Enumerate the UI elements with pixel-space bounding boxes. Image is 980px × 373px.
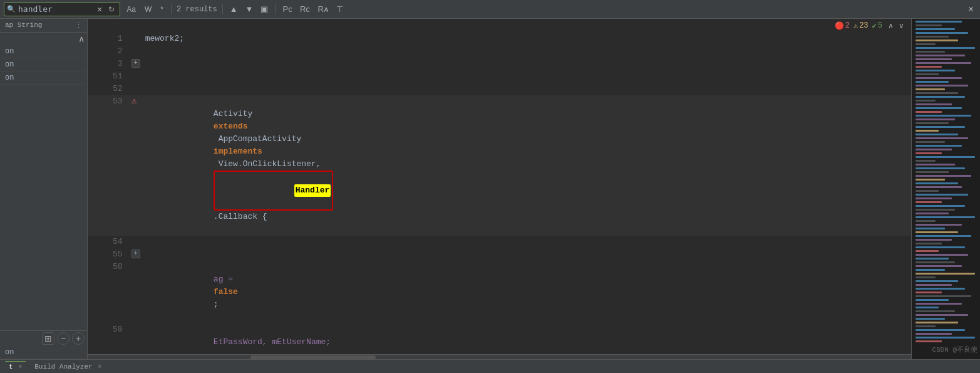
warning-count[interactable]: ⚠ 23: [854, 21, 869, 31]
minimap-line: [916, 269, 945, 271]
line-gutter: [130, 236, 143, 248]
sidebar-collapse-row: ∧: [0, 33, 87, 45]
close-search-button[interactable]: ×: [966, 4, 976, 15]
minimap-line: [916, 175, 971, 177]
filter-results-button[interactable]: ⊤: [334, 4, 345, 14]
sidebar-header: ap String ⋮: [0, 19, 87, 33]
preserve-case-button[interactable]: Pᴄ: [281, 4, 294, 14]
table-row: 2: [88, 45, 911, 58]
line-content: mework2;: [143, 33, 911, 45]
line-number: 58: [88, 261, 130, 323]
replace-button[interactable]: Rᴄ: [298, 4, 312, 14]
minimap-line: [916, 273, 975, 275]
ok-count[interactable]: ✔ 5: [872, 21, 882, 31]
code-editor[interactable]: 1 mework2; 2 3 +: [88, 33, 911, 359]
minimap-line: [916, 250, 939, 252]
minimap-line: [916, 32, 968, 34]
minimap-line: [916, 288, 965, 290]
line-number: 53: [88, 95, 130, 236]
sidebar-menu-button[interactable]: ⋮: [75, 21, 82, 29]
minimap-line: [916, 179, 945, 181]
line-gutter: [130, 83, 143, 95]
minimap-line: [916, 284, 952, 286]
search-input[interactable]: [18, 4, 93, 14]
editor-area: 🔴 2 ⚠ 23 ✔ 5 ∧ ∨ 1: [88, 19, 911, 359]
minimap-line: [916, 24, 942, 26]
minimap-line: [916, 261, 955, 263]
line-content: [143, 70, 911, 83]
ok-icon: ✔: [872, 21, 877, 31]
minimap-line: [916, 141, 945, 143]
line-number: 51: [88, 70, 130, 83]
fold-icon[interactable]: +: [132, 250, 140, 258]
whole-word-button[interactable]: W: [142, 4, 154, 15]
minimap-line: [916, 88, 945, 90]
nav-up-button[interactable]: ▲: [228, 4, 240, 14]
bottom-tab-1-close[interactable]: ×: [18, 364, 22, 370]
code-identifier: ag =: [214, 275, 238, 284]
search-clear-button[interactable]: ×: [96, 4, 103, 14]
bottom-tab-2-label: Build Analyzer: [34, 363, 92, 370]
minimap-line: [916, 209, 955, 211]
minimap-line: [916, 36, 949, 38]
main-area: ap String ⋮ ∧ on on on ⊞ − + on 🔴 2 ⚠ 23: [0, 19, 980, 359]
line-gutter: +: [130, 248, 143, 261]
minimap-line: [916, 231, 958, 233]
sidebar-item-3[interactable]: on: [0, 346, 87, 359]
table-row: 3 +: [88, 58, 911, 70]
sidebar-collapse-button[interactable]: ∧: [78, 34, 85, 44]
sidebar-grid-button[interactable]: ⊞: [42, 332, 54, 345]
minimap-line: [916, 254, 968, 256]
minimap-line: [916, 216, 975, 218]
minimap-line: [916, 134, 958, 135]
table-row: 51: [88, 70, 911, 83]
redo-button[interactable]: ↻: [106, 4, 117, 15]
minimap-line: [916, 130, 939, 132]
bottom-tab-2-close[interactable]: ×: [98, 364, 101, 370]
replace-all-button[interactable]: Rᴀ: [316, 4, 331, 14]
minimap-line: [916, 73, 939, 75]
scrollbar-thumb[interactable]: [250, 355, 376, 359]
fold-icon[interactable]: +: [132, 59, 140, 68]
minimap-line: [916, 337, 975, 339]
sidebar-item-1[interactable]: on: [0, 58, 87, 71]
minimap-line: [916, 228, 945, 229]
minimap-line: [916, 310, 955, 312]
in-selection-button[interactable]: ▣: [259, 4, 270, 14]
minimap-line: [916, 152, 942, 154]
minimap-line: [916, 62, 971, 64]
minimap-line: [916, 118, 955, 120]
minimap-line: [916, 329, 965, 331]
nav-up-arrow[interactable]: ∧: [886, 21, 895, 31]
sidebar-plus-button[interactable]: +: [72, 332, 85, 345]
line-gutter: +: [130, 58, 143, 70]
nav-down-button[interactable]: ▼: [244, 4, 255, 14]
minimap-line: [916, 295, 971, 297]
minimap-line: [916, 100, 936, 102]
minimap: CSDN @不良使: [911, 19, 980, 359]
minimap-line: [916, 55, 965, 56]
minimap-line: [916, 85, 968, 87]
minimap-line: [916, 276, 936, 278]
nav-down-arrow[interactable]: ∨: [897, 21, 906, 31]
minimap-line: [916, 333, 952, 335]
activity-text: Activity: [214, 109, 257, 118]
minimap-line: [916, 307, 939, 308]
match-case-button[interactable]: Aa: [124, 4, 138, 15]
error-count[interactable]: 🔴 2: [835, 21, 850, 31]
sidebar-item-2[interactable]: on: [0, 71, 87, 85]
horizontal-scrollbar[interactable]: [88, 354, 911, 359]
false-keyword: false: [214, 287, 238, 297]
minimap-line: [916, 292, 942, 293]
minimap-line: [916, 111, 942, 113]
minimap-line: [916, 70, 955, 71]
regex-button[interactable]: *: [158, 4, 166, 15]
sidebar-minus-button[interactable]: −: [57, 332, 70, 345]
sidebar-item-0[interactable]: on: [0, 45, 87, 58]
bottom-tab-1[interactable]: t ×: [5, 361, 26, 372]
bottom-tab-2[interactable]: Build Analyzer ×: [31, 362, 105, 372]
line-content: [143, 248, 911, 261]
class-text: AppCompatActivity: [214, 134, 306, 144]
sidebar-bottom-actions: ⊞ − +: [0, 330, 87, 346]
minimap-line: [916, 96, 965, 98]
